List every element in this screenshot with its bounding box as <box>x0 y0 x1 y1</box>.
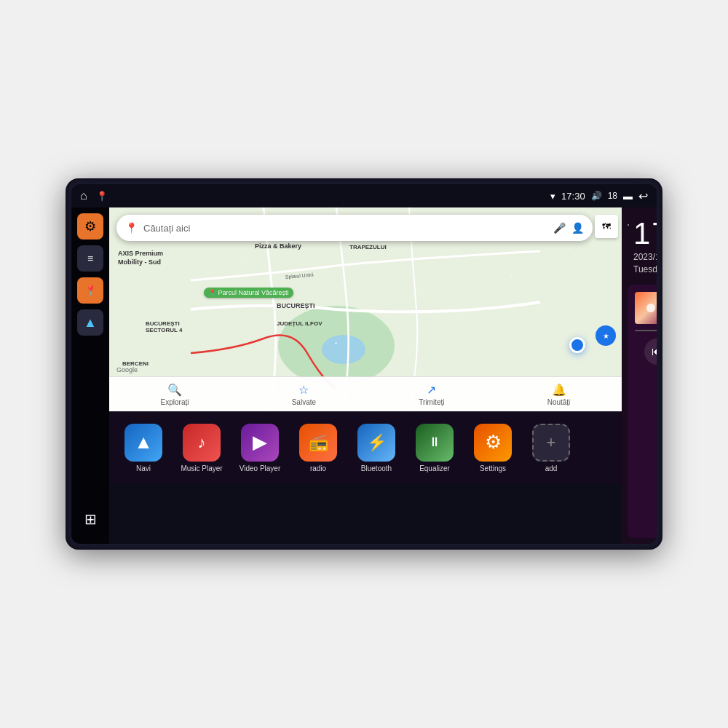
app-navi[interactable]: ▲ Navi <box>116 424 170 472</box>
video-icon: ▶ <box>241 424 279 462</box>
map-label-axis: AXIS PremiumMobility - Sud <box>118 250 163 266</box>
sidebar-item-folder[interactable]: ≡ <box>77 245 103 272</box>
clock-date: 2023/12/12 Tuesday <box>633 251 657 276</box>
music-section: Lost Frequencies_Janie... Unknown ⏮ ⏸ <box>628 285 657 538</box>
bluetooth-symbol-icon: ⚡ <box>367 433 387 452</box>
map-label-buc-s4: BUCUREȘTISECTORUL 4 <box>146 320 182 333</box>
app-add[interactable]: + add <box>524 424 578 472</box>
map-area[interactable]: Splaiul Unirii AXIS PremiumMobility - Su… <box>109 207 622 411</box>
svg-text:Splaiul Unirii: Splaiul Unirii <box>285 272 314 280</box>
screen: ⌂ 📍 ▾ 17:30 🔊 18 ▬ ↩ ⚙ ≡ <box>71 184 657 544</box>
news-label: Noutăți <box>547 398 571 406</box>
music-controls: ⏮ ⏸ ⏭ <box>635 339 657 365</box>
music-note-icon: ♪ <box>198 433 206 452</box>
plus-icon: + <box>547 433 556 452</box>
folder-icon: ≡ <box>87 253 93 264</box>
map-pin-icon: 📍 <box>84 285 97 296</box>
apps-grid: ▲ Navi ♪ Music Player ▶ Vid <box>109 411 622 484</box>
layers-icon: 🗺 <box>602 221 611 232</box>
wifi-icon: ▾ <box>550 191 555 202</box>
navi-icon: ▲ <box>124 424 162 462</box>
battery-icon: ▬ <box>623 191 633 202</box>
app-music-player[interactable]: ♪ Music Player <box>175 424 229 472</box>
eq-bars-icon: ⏸ <box>428 435 441 450</box>
center-content: Splaiul Unirii AXIS PremiumMobility - Su… <box>109 207 622 544</box>
app-radio[interactable]: 📻 radio <box>291 424 345 472</box>
saved-icon: ☆ <box>298 383 309 397</box>
status-right: ▾ 17:30 🔊 18 ▬ ↩ <box>550 189 648 203</box>
map-label-buc: BUCUREȘTI <box>277 302 315 309</box>
status-bar: ⌂ 📍 ▾ 17:30 🔊 18 ▬ ↩ <box>71 184 657 207</box>
sidebar-item-grid[interactable]: ⊞ <box>77 506 103 532</box>
map-layers-button[interactable]: 🗺 <box>595 215 618 238</box>
equalizer-label: Equalizer <box>419 464 450 472</box>
app-equalizer[interactable]: ⏸ Equalizer <box>408 424 462 472</box>
volume-icon: 🔊 <box>591 191 602 201</box>
radio-icon: 📻 <box>299 424 337 462</box>
app-bluetooth[interactable]: ⚡ Bluetooth <box>349 424 403 472</box>
right-panel: 17:30 2023/12/12 Tuesday Lost Frequencie… <box>622 207 657 544</box>
map-pin-park[interactable]: 📍 Parcul Natural Văcărești <box>204 288 293 298</box>
grid-icon: ⊞ <box>84 510 97 528</box>
sidebar-item-settings[interactable]: ⚙ <box>77 213 103 240</box>
map-nav-send[interactable]: ↗ Trimiteți <box>419 383 444 406</box>
news-icon: 🔔 <box>552 383 566 397</box>
google-logo: Google <box>116 366 138 373</box>
bluetooth-label: Bluetooth <box>361 464 392 472</box>
status-left: ⌂ 📍 <box>80 189 108 202</box>
map-nav-saved[interactable]: ☆ Salvate <box>292 383 316 406</box>
map-label-pizza: Pizza & Bakery <box>255 242 301 250</box>
navi-arrow-icon: ▲ <box>134 431 153 454</box>
star-nav-icon: ★ <box>603 332 609 340</box>
explore-icon: 🔍 <box>167 383 182 397</box>
music-player-label: Music Player <box>181 464 222 472</box>
account-icon[interactable]: 👤 <box>571 222 584 234</box>
map-bottom-nav: 🔍 Explorați ☆ Salvate ↗ Trimiteți <box>109 376 622 411</box>
svg-point-1 <box>322 335 365 364</box>
send-icon: ↗ <box>427 383 436 397</box>
send-label: Trimiteți <box>419 398 444 406</box>
music-progress-bar[interactable] <box>635 330 657 331</box>
navigate-icon: ▲ <box>84 315 97 331</box>
radio-label: radio <box>310 464 326 472</box>
map-nav-button[interactable]: ★ <box>596 325 616 346</box>
maps-status-icon[interactable]: 📍 <box>96 191 108 202</box>
bluetooth-icon: ⚡ <box>357 424 395 462</box>
sidebar-item-navi[interactable]: ▲ <box>77 309 103 336</box>
settings-gear-icon: ⚙ <box>485 431 502 454</box>
navi-label: Navi <box>136 464 151 472</box>
map-search-bar[interactable]: 📍 Căutați aici 🎤 👤 <box>116 215 593 241</box>
mic-icon[interactable]: 🎤 <box>553 222 566 234</box>
home-icon[interactable]: ⌂ <box>80 189 87 202</box>
current-location-marker <box>569 337 585 353</box>
add-label: add <box>545 464 558 472</box>
battery-number: 18 <box>608 191 617 201</box>
back-icon[interactable]: ↩ <box>638 189 648 203</box>
map-nav-explore[interactable]: 🔍 Explorați <box>161 383 189 406</box>
radio-wave-icon: 📻 <box>309 433 328 452</box>
video-player-label: Video Player <box>240 464 281 472</box>
park-pin-icon: 📍 <box>208 289 216 296</box>
music-thumbnail <box>635 292 657 324</box>
app-video-player[interactable]: ▶ Video Player <box>233 424 287 472</box>
map-label-ilfov: JUDEȚUL ILFOV <box>277 320 323 327</box>
map-nav-news[interactable]: 🔔 Noutăți <box>547 383 571 406</box>
prev-icon: ⏮ <box>652 345 657 358</box>
app-settings[interactable]: ⚙ Settings <box>466 424 520 472</box>
sidebar: ⚙ ≡ 📍 ▲ ⊞ <box>71 207 109 544</box>
main-area: ⚙ ≡ 📍 ▲ ⊞ <box>71 207 657 544</box>
saved-label: Salvate <box>292 398 316 406</box>
explore-label: Explorați <box>161 398 189 406</box>
prev-button[interactable]: ⏮ <box>644 339 657 365</box>
map-label-trap: TRAPEZULUI <box>349 244 387 250</box>
sidebar-item-maps[interactable]: 📍 <box>77 277 103 304</box>
play-icon: ▶ <box>253 431 267 454</box>
map-background: Splaiul Unirii AXIS PremiumMobility - Su… <box>109 207 622 411</box>
music-icon: ♪ <box>183 424 221 462</box>
settings-label: Settings <box>480 464 506 472</box>
clock-time: 17:30 <box>633 216 657 251</box>
settings-icon: ⚙ <box>474 424 512 462</box>
clock-section: 17:30 2023/12/12 Tuesday <box>622 207 657 285</box>
equalizer-icon: ⏸ <box>416 424 454 462</box>
add-icon: + <box>532 424 570 462</box>
